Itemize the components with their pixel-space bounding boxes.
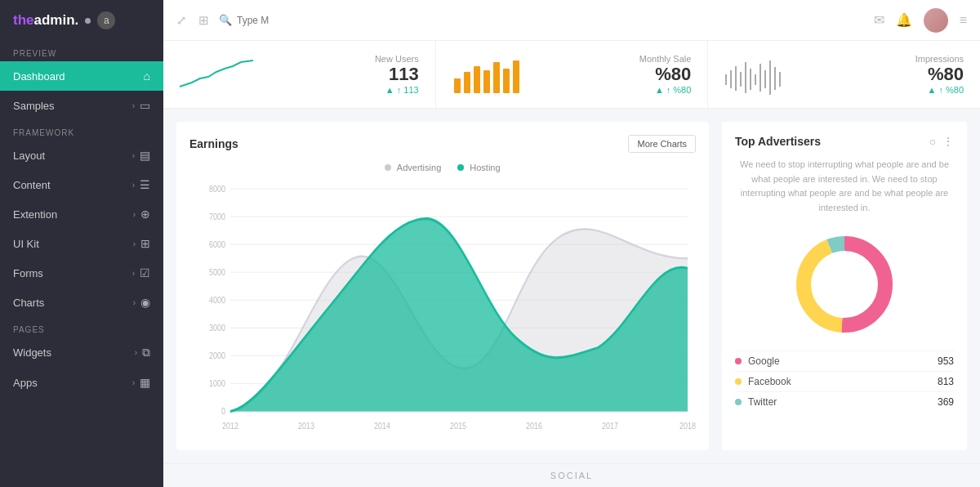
legend-hosting: Hosting xyxy=(457,163,500,172)
forms-icon: ☑ xyxy=(140,266,150,279)
legend-dot-advertising xyxy=(385,164,391,171)
chart-legend: Advertising Hosting xyxy=(189,163,696,172)
search-area: 🔍 xyxy=(219,14,864,26)
svg-text:2017: 2017 xyxy=(602,421,618,431)
stat-info-impressions: Impressions %80 ▲ ↑ %80 xyxy=(811,54,964,95)
logo-text: theadmin. xyxy=(13,12,78,29)
charts-icon: ◉ xyxy=(140,296,150,309)
stat-value-monthly-sale: %80 xyxy=(539,64,692,85)
stat-value-new-users: 113 xyxy=(266,64,419,85)
advertiser-row-facebook: Facebook 813 xyxy=(735,371,954,391)
earnings-chart-container: 0 1000 2000 3000 4000 5000 6000 7000 800… xyxy=(189,179,696,437)
dots-action-button[interactable]: ⋮ xyxy=(942,135,954,148)
sidebar-item-dashboard[interactable]: Dashboard ⌂ xyxy=(0,61,163,91)
card-header-actions: ○ ⋮ xyxy=(929,135,954,148)
main-content: ⤢ ⊞ 🔍 ✉ 🔔 ≡ New Users 113 xyxy=(163,0,980,487)
topbar-right: ✉ 🔔 ≡ xyxy=(874,8,967,33)
grid-icon[interactable]: ⊞ xyxy=(198,13,209,28)
chevron-right-icon: › xyxy=(132,101,135,110)
facebook-name: Facebook xyxy=(748,376,938,387)
user-avatar[interactable] xyxy=(924,8,948,33)
content-area: Earnings More Charts Advertising Hosting xyxy=(163,109,980,463)
advertisers-description: We need to stop interrupting what people… xyxy=(735,158,954,215)
facebook-value: 813 xyxy=(938,376,954,387)
svg-text:7000: 7000 xyxy=(209,212,225,221)
content-icon: ☰ xyxy=(140,178,150,191)
circle-action-button[interactable]: ○ xyxy=(929,135,936,148)
menu-icon[interactable]: ≡ xyxy=(960,13,967,28)
monthly-sale-chart xyxy=(452,54,526,95)
search-icon: 🔍 xyxy=(219,14,232,26)
sidebar-item-label-widgets: Widgets xyxy=(13,346,135,359)
arrow-up-icon-impressions: ▲ xyxy=(928,85,937,95)
chevron-right-icon-layout: › xyxy=(132,151,135,160)
earnings-card-header: Earnings More Charts xyxy=(189,135,696,153)
sidebar-item-label-dashboard: Dashboard xyxy=(13,70,144,83)
svg-text:2016: 2016 xyxy=(526,421,542,431)
new-users-chart xyxy=(180,54,253,95)
svg-text:2013: 2013 xyxy=(298,421,314,431)
logo-prefix: the xyxy=(13,12,34,28)
sidebar-item-apps[interactable]: Apps › ▦ xyxy=(0,368,163,397)
logo: theadmin. a xyxy=(0,0,163,41)
search-input[interactable] xyxy=(237,15,335,26)
stat-info-new-users: New Users 113 ▲ ↑ 113 xyxy=(266,54,419,95)
svg-text:2015: 2015 xyxy=(450,421,466,431)
stat-change-new-users: ▲ ↑ 113 xyxy=(266,85,419,95)
svg-text:3000: 3000 xyxy=(209,323,225,333)
monitor-icon: ▭ xyxy=(140,99,150,112)
widgets-icon: ⧉ xyxy=(142,346,150,360)
sidebar: theadmin. a PREVIEW Dashboard ⌂ Samples … xyxy=(0,0,163,487)
sidebar-item-right-uikit: › ⊞ xyxy=(133,237,150,250)
sidebar-item-right-widgets: › ⧉ xyxy=(135,346,150,360)
facebook-dot xyxy=(735,378,742,385)
sidebar-item-right-content: › ☰ xyxy=(132,178,150,191)
sidebar-item-right-charts: › ◉ xyxy=(133,296,150,309)
svg-text:2012: 2012 xyxy=(222,421,238,431)
chevron-right-icon-content: › xyxy=(132,181,135,190)
sidebar-item-content[interactable]: Content › ☰ xyxy=(0,170,163,199)
stat-value-impressions: %80 xyxy=(811,64,964,85)
svg-rect-5 xyxy=(503,69,510,93)
sidebar-item-label-layout: Layout xyxy=(13,150,132,162)
advertiser-row-google: Google 953 xyxy=(735,351,954,371)
advertisers-card-header: Top Advertisers ○ ⋮ xyxy=(735,135,954,148)
logo-suffix: admin. xyxy=(34,12,79,28)
stat-card-new-users: New Users 113 ▲ ↑ 113 xyxy=(163,41,436,108)
sidebar-item-extention[interactable]: Extention › ⊕ xyxy=(0,199,163,229)
impressions-chart xyxy=(724,54,798,95)
stat-label-monthly-sale: Monthly Sale xyxy=(539,54,692,64)
mail-icon[interactable]: ✉ xyxy=(874,12,884,28)
sidebar-item-forms[interactable]: Forms › ☑ xyxy=(0,258,163,288)
sidebar-item-layout[interactable]: Layout › ▤ xyxy=(0,141,163,170)
sidebar-item-uikit[interactable]: UI Kit › ⊞ xyxy=(0,229,163,258)
bell-icon[interactable]: 🔔 xyxy=(896,12,912,28)
google-dot xyxy=(735,358,742,364)
svg-text:8000: 8000 xyxy=(209,184,225,194)
expand-icon[interactable]: ⤢ xyxy=(176,13,187,28)
sidebar-item-widgets[interactable]: Widgets › ⧉ xyxy=(0,337,163,368)
arrow-up-icon-sale: ▲ xyxy=(655,85,664,95)
apps-icon: ▦ xyxy=(140,376,150,389)
chevron-right-icon-charts: › xyxy=(133,298,136,307)
more-charts-button[interactable]: More Charts xyxy=(628,135,696,153)
chevron-right-icon-forms: › xyxy=(132,269,135,278)
stat-change-impressions: ▲ ↑ %80 xyxy=(811,85,964,95)
svg-text:1000: 1000 xyxy=(209,378,225,388)
svg-rect-4 xyxy=(493,62,500,93)
sidebar-item-samples[interactable]: Samples › ▭ xyxy=(0,91,163,120)
topbar-view-icons: ⤢ ⊞ xyxy=(176,13,209,28)
stat-change-monthly-sale: ▲ ↑ %80 xyxy=(539,85,692,95)
advertisers-card: Top Advertisers ○ ⋮ We need to stop inte… xyxy=(722,122,967,450)
sidebar-item-label-extention: Extention xyxy=(13,208,133,221)
svg-text:2000: 2000 xyxy=(209,351,225,360)
layout-icon: ▤ xyxy=(140,149,150,162)
svg-text:2018: 2018 xyxy=(679,421,696,431)
earnings-title: Earnings xyxy=(189,137,238,150)
donut-chart-container xyxy=(735,231,954,337)
stat-info-monthly-sale: Monthly Sale %80 ▲ ↑ %80 xyxy=(539,54,692,95)
sidebar-item-charts[interactable]: Charts › ◉ xyxy=(0,288,163,317)
sidebar-item-label-apps: Apps xyxy=(13,377,132,389)
home-icon: ⌂ xyxy=(144,69,150,83)
sidebar-item-label-forms: Forms xyxy=(13,267,132,279)
